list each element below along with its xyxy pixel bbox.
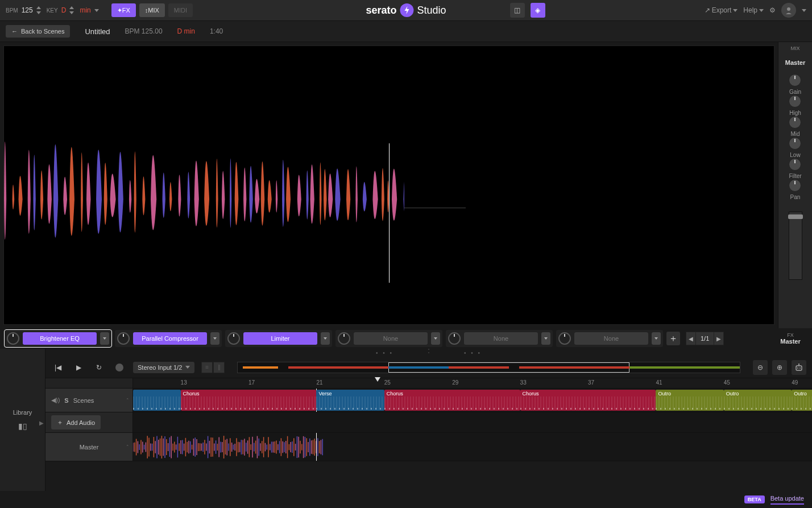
fx-slot-4[interactable]: None [446, 330, 553, 347]
export-button[interactable]: ↗ Export [705, 6, 738, 14]
play-button[interactable]: ▶ [72, 361, 85, 374]
fx-slot-3[interactable]: None [335, 330, 442, 347]
fx-dropdown-button[interactable] [431, 332, 440, 345]
fx-button[interactable]: ✦ FX [111, 3, 136, 17]
fx-dropdown-button[interactable] [100, 332, 109, 345]
waveform-display[interactable] [3, 46, 774, 325]
chevron-right-icon[interactable]: ▶ [39, 420, 44, 426]
high-knob[interactable] [789, 95, 801, 108]
monitor-button-2[interactable]: ‖ [213, 362, 225, 373]
chevron-down-icon [733, 9, 738, 12]
scenes-track-header[interactable]: ◀)) S Scenes ˄ [45, 389, 133, 412]
fx-dropdown-button[interactable] [210, 332, 219, 345]
panel-toggle-2-button[interactable]: ◈ [531, 3, 545, 18]
fx-name[interactable]: Brightener EQ [23, 332, 97, 345]
record-button[interactable] [113, 361, 126, 374]
arrangement-overview[interactable] [237, 362, 740, 373]
fx-slot-1[interactable]: Parallel Compressor [115, 330, 222, 347]
add-audio-body[interactable] [133, 412, 812, 432]
input-selector[interactable]: Stereo Input 1/2 [133, 362, 194, 373]
pan-knob[interactable] [789, 179, 801, 192]
knob-mid: Mid [789, 116, 801, 137]
help-button[interactable]: Help [743, 6, 764, 14]
fx-name[interactable]: None [354, 332, 428, 345]
timeline-playhead[interactable] [316, 433, 317, 461]
bpm-spinner-icon[interactable] [35, 6, 41, 14]
library-rail[interactable]: Library ▮▯ ▶ [0, 349, 45, 491]
master-label: Master [80, 444, 99, 451]
fx-slot-2[interactable]: Limiter [225, 330, 332, 347]
scene-clip[interactable]: Verse [316, 390, 384, 411]
scene-clip[interactable]: Outro [656, 390, 723, 411]
add-fx-button[interactable]: ＋ [666, 332, 680, 345]
key-spinner-icon[interactable] [68, 6, 74, 14]
playhead-line[interactable] [389, 143, 390, 283]
mid-knob[interactable] [789, 116, 801, 129]
monitor-button-1[interactable]: ≡ [201, 362, 213, 373]
user-menu-button[interactable] [781, 3, 796, 18]
mix-button[interactable]: ↕ MIX [139, 3, 165, 17]
fx-page-prev-button[interactable]: ◀ [686, 332, 696, 345]
bpm-value[interactable]: 125 [22, 6, 33, 14]
key-scale-dropdown-icon[interactable] [94, 9, 99, 12]
loop-button[interactable]: ↻ [92, 361, 106, 374]
speaker-icon[interactable]: ◀)) [51, 397, 60, 404]
fx-slot-0[interactable]: Brightener EQ [5, 330, 111, 347]
settings-button[interactable]: ⚙ [769, 6, 776, 14]
low-knob[interactable] [789, 137, 801, 150]
midi-button[interactable]: MIDI [168, 3, 193, 17]
gain-knob[interactable] [789, 74, 801, 86]
back-to-scenes-button[interactable]: ← Back to Scenes [6, 25, 70, 38]
waveform-svg [4, 130, 404, 269]
fx-dropdown-button[interactable] [321, 332, 330, 345]
fx-knob[interactable] [448, 332, 461, 345]
ruler-mark: 25 [384, 379, 391, 386]
scene-clip[interactable] [133, 390, 181, 411]
fx-knob[interactable] [7, 332, 19, 345]
chevron-up-icon[interactable]: ˄ [126, 398, 129, 403]
skip-start-button[interactable]: |◀ [51, 361, 65, 374]
scene-clip[interactable]: Outro [724, 390, 792, 411]
solo-button[interactable]: S [64, 397, 68, 404]
chevron-up-icon[interactable]: ˄ [126, 444, 129, 450]
fx-name[interactable]: Parallel Compressor [133, 332, 207, 345]
fader-handle[interactable] [788, 214, 803, 219]
robot-button[interactable] [792, 360, 806, 375]
add-audio-button[interactable]: ＋ Add Audio [51, 415, 101, 429]
project-title[interactable]: Untitled [85, 27, 110, 36]
splitter-handle[interactable]: • • • ˄˅ • • • [45, 349, 812, 357]
key-note[interactable]: D [61, 6, 67, 14]
panel-toggle-1-button[interactable]: ◫ [510, 3, 525, 18]
master-track-header[interactable]: Master ˄ [45, 433, 133, 461]
fx-knob[interactable] [338, 332, 350, 345]
scene-clip[interactable]: Chorus [384, 390, 520, 411]
fx-master-small: FX [773, 332, 807, 338]
key-scale[interactable]: min [80, 6, 90, 14]
zoom-in-button[interactable]: ⊕ [772, 360, 787, 375]
fx-knob[interactable] [117, 332, 130, 345]
scenes-track-body[interactable]: ChorusVerseChorusChorusOutroOutroOutro [133, 389, 812, 412]
fx-slot-5[interactable]: None [556, 330, 663, 347]
master-fader[interactable] [789, 212, 802, 280]
beta-badge: BETA [744, 495, 765, 503]
timeline-ruler[interactable]: 13172125293337414549 [45, 378, 812, 389]
ruler-playhead-icon[interactable] [375, 377, 380, 382]
fx-name[interactable]: Limiter [243, 332, 317, 345]
fx-page-next-button[interactable]: ▶ [714, 332, 724, 345]
zoom-out-button[interactable]: ⊖ [753, 360, 768, 375]
filter-knob[interactable] [789, 158, 801, 171]
scene-clip[interactable]: Chorus [520, 390, 656, 411]
fx-knob[interactable] [227, 332, 240, 345]
master-track-body[interactable] [133, 433, 812, 461]
fx-knob[interactable] [558, 332, 571, 345]
fx-dropdown-button[interactable] [652, 332, 661, 345]
scene-clip[interactable]: Chorus [181, 390, 317, 411]
fx-name[interactable]: None [464, 332, 538, 345]
scene-clip[interactable]: Outro [792, 390, 812, 411]
fx-dropdown-button[interactable] [541, 332, 550, 345]
chevron-down-icon[interactable] [802, 9, 806, 12]
beta-update-link[interactable]: Beta update [770, 495, 804, 505]
fx-name[interactable]: None [574, 332, 648, 345]
gear-icon: ⚙ [769, 6, 776, 14]
robot-icon [794, 364, 803, 371]
